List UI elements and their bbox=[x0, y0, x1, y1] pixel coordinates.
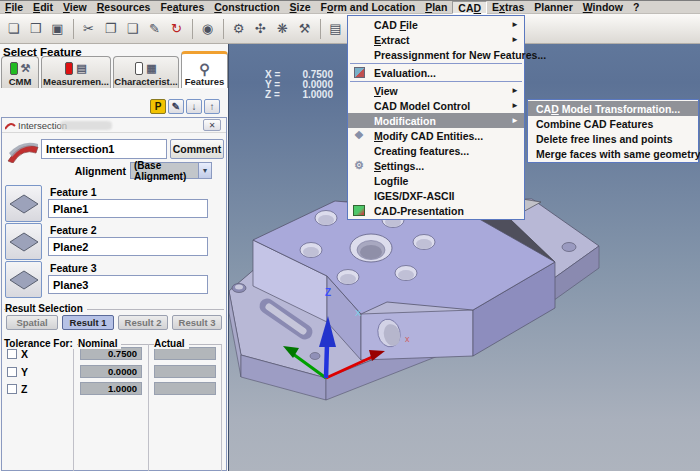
tab-label: CMM bbox=[9, 76, 32, 87]
tab-cmm[interactable]: ⚒ CMM bbox=[1, 56, 39, 88]
menu-view[interactable]: View bbox=[58, 1, 92, 14]
nominal-z-field[interactable]: 1.0000 bbox=[80, 382, 142, 395]
tolerance-legend: Tolerance For: bbox=[4, 338, 77, 349]
submenu-item-merge-faces[interactable]: Merge faces with same geometry bbox=[528, 146, 698, 161]
menu-item-cad-model-control[interactable]: CAD Model Control► bbox=[348, 98, 524, 113]
menu-planner[interactable]: Planner bbox=[529, 1, 578, 14]
feature3-input[interactable]: Plane3 bbox=[48, 275, 208, 294]
menu-extras[interactable]: Extras bbox=[487, 1, 529, 14]
feature3-label: Feature 3 bbox=[50, 262, 97, 274]
tolerance-y-checkbox[interactable] bbox=[7, 367, 17, 377]
gear-delete-icon[interactable]: ❋ bbox=[272, 18, 293, 39]
cad-presentation-icon bbox=[352, 204, 366, 217]
cut-icon[interactable]: ✂ bbox=[78, 18, 99, 39]
feature2-plane-button[interactable] bbox=[5, 223, 42, 260]
menu-item-modify-cad-entities[interactable]: ❖Modify CAD Entities... bbox=[348, 128, 524, 143]
menu-item-preassignment[interactable]: Preassignment for New Features... bbox=[348, 47, 524, 62]
comment-button[interactable]: Comment bbox=[170, 139, 224, 159]
menu-plan[interactable]: Plan bbox=[420, 1, 452, 14]
result-spatial-button[interactable]: Spatial bbox=[6, 315, 58, 330]
format-brush-icon[interactable]: ✎ bbox=[144, 18, 165, 39]
submenu-item-cad-model-transformation[interactable]: CAD Model Transformation... bbox=[528, 101, 698, 116]
evaluation-icon bbox=[352, 66, 366, 79]
menu-resources[interactable]: Resources bbox=[92, 1, 156, 14]
tolerance-z-checkbox[interactable] bbox=[7, 384, 17, 394]
submenu-arrow-icon: ► bbox=[511, 20, 519, 29]
result-2-button[interactable]: Result 2 bbox=[118, 315, 168, 330]
tab-measurement[interactable]: ▤ Measuremen... bbox=[41, 56, 111, 88]
reset-icon[interactable]: ↻ bbox=[166, 18, 187, 39]
nominal-y-field[interactable]: 0.0000 bbox=[80, 365, 142, 378]
menu-file[interactable]: File bbox=[0, 1, 28, 14]
probe-icon: ⚲ bbox=[199, 61, 209, 77]
menu-item-settings[interactable]: ⚙Settings... bbox=[348, 158, 524, 173]
probe-data-button[interactable]: P bbox=[150, 99, 166, 114]
characteristics-status-led bbox=[135, 62, 143, 75]
menu-bar: File Edit View Resources Features Constr… bbox=[0, 0, 700, 14]
alignment-select[interactable]: (Base Alignment) ▾ bbox=[130, 162, 212, 179]
tab-label: Measuremen... bbox=[43, 76, 109, 87]
menu-item-logfile[interactable]: Logfile bbox=[348, 173, 524, 188]
measurement-list-icon: ▤ bbox=[76, 62, 86, 75]
menu-cad[interactable]: CAD bbox=[452, 1, 487, 14]
feature1-input[interactable]: Plane1 bbox=[48, 199, 208, 218]
menu-help[interactable]: ? bbox=[628, 1, 644, 14]
intersection-panel: Intersection ✕ Intersection1 Comment Ali… bbox=[1, 117, 227, 471]
panel-title-bar[interactable]: Intersection ✕ bbox=[2, 118, 226, 133]
copy-icon[interactable]: ❐ bbox=[100, 18, 121, 39]
plane-icon bbox=[9, 270, 39, 290]
menu-construction[interactable]: Construction bbox=[209, 1, 284, 14]
result-3-button[interactable]: Result 3 bbox=[172, 315, 222, 330]
menu-item-iges-dxf-ascii[interactable]: IGES/DXF-ASCII bbox=[348, 188, 524, 203]
menu-item-cad-file[interactable]: CAD File► bbox=[348, 17, 524, 32]
z-axis-label: Z bbox=[325, 287, 331, 298]
menu-item-extract[interactable]: Extract► bbox=[348, 32, 524, 47]
plane-icon bbox=[9, 232, 39, 252]
submenu-item-delete-free-lines[interactable]: Delete free lines and points bbox=[528, 131, 698, 146]
toolbar-separator bbox=[73, 19, 74, 39]
probe-gear-icon[interactable]: ✣ bbox=[250, 18, 271, 39]
new-icon[interactable]: ❏ bbox=[3, 18, 24, 39]
chevron-down-icon[interactable]: ▾ bbox=[198, 163, 211, 178]
feature2-input[interactable]: Plane2 bbox=[48, 237, 208, 256]
menu-item-modification[interactable]: Modification► bbox=[348, 113, 524, 128]
menu-item-creating-features[interactable]: Creating features... bbox=[348, 143, 524, 158]
submenu-item-combine-cad-features[interactable]: Combine CAD Features bbox=[528, 116, 698, 131]
feature2-label: Feature 2 bbox=[50, 224, 97, 236]
menu-size[interactable]: Size bbox=[285, 1, 316, 14]
feature1-label: Feature 1 bbox=[50, 186, 97, 198]
paste-icon[interactable]: ❑ bbox=[122, 18, 143, 39]
close-icon[interactable]: ✕ bbox=[203, 119, 221, 131]
feature-name-input[interactable]: Intersection1 bbox=[41, 139, 167, 159]
menu-edit[interactable]: Edit bbox=[28, 1, 58, 14]
result-1-button[interactable]: Result 1 bbox=[62, 315, 114, 330]
intersection-icon bbox=[5, 121, 16, 130]
open-icon[interactable]: ❒ bbox=[25, 18, 46, 39]
tolerance-y-label: Y bbox=[21, 366, 28, 378]
tolerance-x-checkbox[interactable] bbox=[7, 349, 17, 359]
menu-form-and-location[interactable]: Form and Location bbox=[316, 1, 421, 14]
menu-features[interactable]: Features bbox=[155, 1, 209, 14]
tab-features[interactable]: ⚲ Features bbox=[181, 51, 228, 88]
search-icon[interactable]: ◉ bbox=[197, 18, 218, 39]
feature-gear-icon[interactable]: ⚙ bbox=[228, 18, 249, 39]
tab-characteristics[interactable]: ▦ Characterist... bbox=[113, 56, 179, 88]
print-icon[interactable]: ▤ bbox=[325, 18, 346, 39]
move-down-button[interactable]: ↓ bbox=[186, 99, 202, 114]
modify-entities-icon: ❖ bbox=[352, 129, 366, 142]
menu-item-evaluation[interactable]: Evaluation... bbox=[348, 65, 524, 80]
x-axis-label: x bbox=[405, 334, 410, 344]
menu-window[interactable]: Window bbox=[578, 1, 628, 14]
save-icon[interactable]: ▣ bbox=[47, 18, 68, 39]
toolbar-separator bbox=[223, 19, 224, 39]
edit-button[interactable]: ✎ bbox=[168, 99, 184, 114]
tab-label: Features bbox=[185, 76, 225, 87]
feature3-plane-button[interactable] bbox=[5, 261, 42, 298]
menu-item-view[interactable]: View► bbox=[348, 83, 524, 98]
menu-item-cad-presentation[interactable]: CAD-Presentation bbox=[348, 203, 524, 218]
application-window: File Edit View Resources Features Constr… bbox=[0, 0, 700, 471]
move-up-button[interactable]: ↑ bbox=[204, 99, 220, 114]
x-marker-label: X bbox=[355, 308, 361, 318]
tools-icon[interactable]: ⚒ bbox=[294, 18, 315, 39]
feature1-plane-button[interactable] bbox=[5, 185, 42, 222]
